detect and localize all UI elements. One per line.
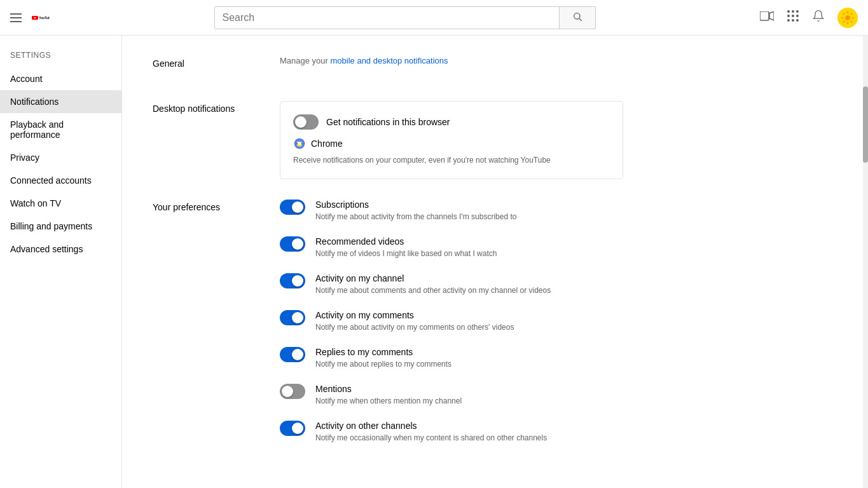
scrollbar-thumb[interactable]: [863, 86, 868, 163]
pref-title-activity-other-channels: Activity on other channels: [315, 421, 547, 431]
toggle-activity-my-channel[interactable]: [280, 273, 305, 288]
desktop-notifications-toggle[interactable]: [293, 114, 319, 130]
svg-point-15: [796, 19, 799, 22]
sidebar-item-advanced[interactable]: Advanced settings: [0, 238, 121, 261]
video-camera-icon[interactable]: [760, 10, 774, 25]
pref-title-activity-my-channel: Activity on my channel: [315, 273, 551, 283]
desktop-notifications-content: Get notifications in this browser: [280, 101, 702, 179]
apps-icon[interactable]: [787, 10, 799, 25]
toggle-thumb-replies-my-comments: [292, 349, 303, 360]
search-input[interactable]: [215, 7, 559, 29]
pref-desc-recommended-videos: Notify me of videos I might like based o…: [315, 249, 497, 258]
toggle-replies-my-comments[interactable]: [280, 347, 305, 362]
pref-desc-subscriptions: Notify me about activity from the channe…: [315, 212, 516, 221]
pref-row-replies-my-comments: Replies to my comments Notify me about r…: [280, 347, 702, 369]
scrollbar[interactable]: [863, 36, 868, 488]
svg-point-7: [787, 10, 790, 13]
sidebar-item-connected-accounts[interactable]: Connected accounts: [0, 169, 121, 192]
svg-line-22: [851, 21, 852, 22]
svg-rect-5: [760, 11, 769, 20]
search-bar: [214, 6, 596, 29]
toggle-activity-my-comments[interactable]: [280, 310, 305, 325]
pref-text-activity-my-channel: Activity on my channel Notify me about c…: [315, 273, 551, 295]
get-notifications-row: Get notifications in this browser: [293, 114, 610, 130]
main-content: General Manage your mobile and desktop n…: [122, 36, 733, 488]
pref-title-subscriptions: Subscriptions: [315, 200, 516, 210]
header-left: YouTube: [10, 11, 50, 24]
svg-point-11: [792, 15, 794, 17]
pref-row-subscriptions: Subscriptions Notify me about activity f…: [280, 200, 702, 221]
pref-text-mentions: Mentions Notify me when others mention m…: [315, 384, 462, 405]
pref-desc-activity-my-comments: Notify me about activity on my comments …: [315, 323, 514, 332]
desktop-notif-description: Receive notifications on your computer, …: [293, 155, 610, 166]
toggle-recommended-videos[interactable]: [280, 236, 305, 252]
pref-row-activity-other-channels: Activity on other channels Notify me occ…: [280, 421, 702, 442]
toggle-subscriptions[interactable]: [280, 200, 305, 215]
pref-desc-activity-other-channels: Notify me occasionally when my content i…: [315, 433, 547, 442]
svg-line-23: [851, 13, 852, 14]
svg-point-12: [796, 15, 799, 17]
toggle-mentions[interactable]: [280, 384, 305, 399]
hamburger-menu[interactable]: [10, 13, 22, 22]
svg-point-10: [787, 15, 790, 17]
svg-marker-6: [769, 11, 774, 20]
pref-title-recommended-videos: Recommended videos: [315, 236, 497, 247]
svg-line-24: [843, 21, 844, 22]
pref-title-mentions: Mentions: [315, 384, 462, 394]
chrome-name: Chrome: [311, 139, 343, 149]
svg-point-27: [298, 142, 301, 146]
header-right: [760, 8, 858, 28]
chrome-row: Chrome: [293, 137, 610, 150]
pref-row-mentions: Mentions Notify me when others mention m…: [280, 384, 702, 405]
search-button[interactable]: [559, 7, 595, 29]
pref-text-activity-other-channels: Activity on other channels Notify me occ…: [315, 421, 547, 442]
preferences-section-label: Your preferences: [153, 200, 280, 458]
sidebar: SETTINGS Account Notifications Playback …: [0, 36, 122, 488]
sidebar-item-billing[interactable]: Billing and payments: [0, 215, 121, 238]
desktop-notifications-label: Desktop notifications: [153, 101, 280, 179]
sidebar-item-playback[interactable]: Playback and performance: [0, 113, 121, 146]
header: YouTube: [0, 0, 868, 36]
general-section: General Manage your mobile and desktop n…: [153, 56, 702, 81]
svg-point-13: [787, 19, 790, 22]
svg-text:YouTube: YouTube: [39, 16, 50, 19]
svg-point-8: [792, 10, 794, 13]
pref-row-activity-my-comments: Activity on my comments Notify me about …: [280, 310, 702, 332]
desktop-notifications-section: Desktop notifications Get notifications …: [153, 101, 702, 179]
general-section-label: General: [153, 56, 280, 81]
avatar[interactable]: [837, 8, 858, 28]
pref-title-activity-my-comments: Activity on my comments: [315, 310, 514, 320]
toggle-thumb-activity-my-channel: [292, 275, 303, 287]
pref-text-subscriptions: Subscriptions Notify me about activity f…: [315, 200, 516, 221]
toggle-activity-other-channels[interactable]: [280, 421, 305, 436]
youtube-icon: YouTube: [32, 11, 50, 24]
sidebar-item-notifications[interactable]: Notifications: [0, 90, 121, 113]
pref-desc-mentions: Notify me when others mention my channel: [315, 396, 462, 405]
general-section-content: Manage your mobile and desktop notificat…: [280, 56, 702, 81]
sidebar-item-privacy[interactable]: Privacy: [0, 146, 121, 169]
toggle-thumb: [295, 116, 307, 128]
pref-desc-activity-my-channel: Notify me about comments and other activ…: [315, 286, 551, 295]
general-subtitle: Manage your mobile and desktop notificat…: [280, 56, 702, 65]
pref-title-replies-my-comments: Replies to my comments: [315, 347, 451, 357]
get-notifications-text: Get notifications in this browser: [326, 117, 450, 127]
mobile-desktop-link[interactable]: mobile and desktop notifications: [331, 56, 448, 65]
svg-line-21: [843, 13, 844, 14]
notifications-bell-icon[interactable]: [812, 9, 825, 26]
pref-text-replies-my-comments: Replies to my comments Notify me about r…: [315, 347, 451, 369]
desktop-notif-box: Get notifications in this browser: [280, 101, 623, 179]
svg-point-16: [845, 15, 850, 20]
sidebar-item-account[interactable]: Account: [0, 67, 121, 90]
sidebar-item-watch-on-tv[interactable]: Watch on TV: [0, 192, 121, 215]
pref-row-activity-my-channel: Activity on my channel Notify me about c…: [280, 273, 702, 295]
toggle-thumb-activity-other-channels: [292, 423, 303, 434]
svg-point-3: [574, 13, 579, 19]
youtube-logo[interactable]: YouTube: [32, 11, 50, 24]
preferences-section: Your preferences Subscriptions Notify me…: [153, 200, 702, 458]
toggle-thumb-activity-my-comments: [292, 312, 303, 323]
pref-text-activity-my-comments: Activity on my comments Notify me about …: [315, 310, 514, 332]
pref-desc-replies-my-comments: Notify me about replies to my comments: [315, 360, 451, 369]
pref-row-recommended-videos: Recommended videos Notify me of videos I…: [280, 236, 702, 258]
toggle-thumb-mentions: [282, 386, 293, 397]
preferences-content: Subscriptions Notify me about activity f…: [280, 200, 702, 458]
